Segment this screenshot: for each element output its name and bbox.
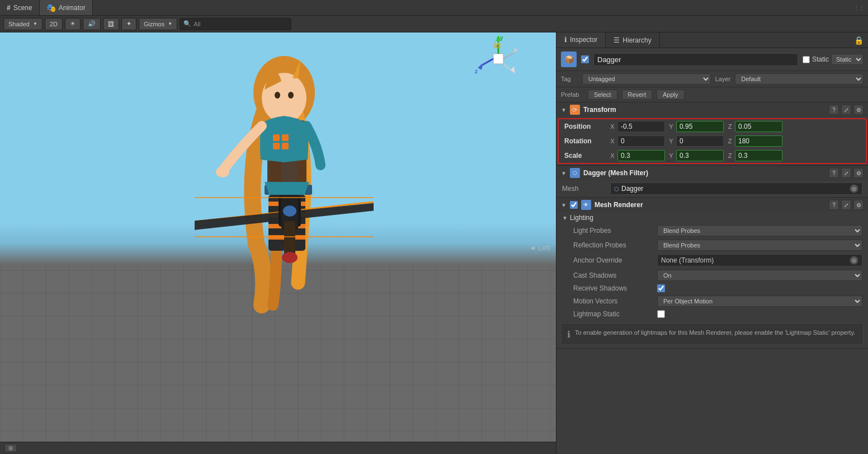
receive-shadows-checkbox[interactable]: [657, 284, 665, 292]
cast-shadows-dropdown[interactable]: On: [657, 270, 862, 281]
object-enabled-checkbox[interactable]: [581, 55, 589, 63]
svg-rect-6: [282, 134, 289, 141]
scale-z-input[interactable]: [735, 150, 782, 161]
fx-icon: ✦: [126, 20, 131, 27]
cast-shadows-label: Cast Shadows: [573, 272, 657, 279]
object-header: 📦 Static Static: [556, 48, 868, 71]
inspector-icon: ℹ: [564, 36, 567, 44]
view-direction-label: ◄ Left: [529, 244, 550, 252]
cast-shadows-row: Cast Shadows On: [556, 268, 868, 283]
pos-z-axis: Z: [726, 123, 734, 130]
rotation-z-input[interactable]: [735, 135, 782, 147]
motion-vectors-label: Motion Vectors: [573, 297, 657, 305]
shaded-label: Shaded: [8, 21, 30, 27]
scene-lock-icon[interactable]: 🔒: [492, 38, 503, 49]
meshrenderer-icon: 👁: [581, 200, 591, 210]
mesh-renderer-header[interactable]: ▼ 👁 Mesh Renderer ? ⤢ ⚙: [556, 198, 868, 212]
mesh-picker-btn[interactable]: ◎: [850, 184, 858, 193]
lock-panel-icon[interactable]: 🔒: [854, 36, 864, 45]
transform-expand-btn[interactable]: ⤢: [841, 105, 851, 115]
position-z-input[interactable]: [735, 121, 782, 132]
2d-label: 2D: [50, 21, 58, 27]
lighting-section-header[interactable]: ▼ Lighting: [556, 212, 868, 223]
meshfilter-settings-btn[interactable]: ⚙: [853, 168, 864, 178]
static-checkbox[interactable]: [803, 56, 810, 63]
tab-inspector[interactable]: ℹ Inspector: [556, 32, 606, 48]
audio-icon: 🔊: [88, 20, 96, 27]
scale-y-input[interactable]: [676, 150, 724, 161]
rotation-row: Rotation X Y Z: [559, 134, 866, 148]
mesh-value-field[interactable]: ⬡ Dagger ◎: [610, 182, 862, 195]
meshrenderer-settings-btn[interactable]: ⚙: [853, 200, 864, 210]
svg-point-26: [282, 252, 298, 263]
light-probes-dropdown[interactable]: Blend Probes: [657, 225, 862, 236]
reflection-probes-label: Reflection Probes: [573, 241, 657, 249]
rot-y-axis: Y: [667, 138, 675, 144]
meshrenderer-expand-btn[interactable]: ⤢: [841, 200, 851, 210]
position-y-input[interactable]: [676, 121, 724, 132]
anchor-override-field[interactable]: None (Transform) ◎: [657, 254, 862, 266]
anchor-picker-btn[interactable]: ◎: [850, 256, 858, 265]
rot-x-axis: X: [608, 138, 616, 144]
inspector-content: 📦 Static Static Tag Untagged Laye: [556, 48, 868, 454]
prefab-label: Prefab: [561, 91, 583, 98]
tab-animator[interactable]: 🎭 Animator: [40, 0, 93, 15]
rotation-x-input[interactable]: [617, 135, 665, 147]
mesh-value-icon: ⬡: [614, 186, 619, 192]
object-name-input[interactable]: [593, 53, 798, 66]
reflection-probes-row: Reflection Probes Blend Probes: [556, 238, 868, 252]
meshrenderer-help-btn[interactable]: ?: [829, 200, 839, 210]
position-x-input[interactable]: [617, 121, 665, 132]
scale-label: Scale: [564, 152, 606, 160]
layer-dropdown[interactable]: Default: [735, 73, 864, 85]
transform-header[interactable]: ▼ ⟳ Transform ? ⤢ ⚙: [556, 102, 868, 117]
scene-search[interactable]: 🔍 All: [180, 18, 291, 30]
receive-shadows-row: Receive Shadows: [556, 283, 868, 294]
scene-viewport[interactable]: y z ◄ Left 🔒: [0, 32, 556, 454]
mesh-filter-component: ▼ ⬡ Dagger (Mesh Filter) ? ⤢ ⚙ Mesh ⬡ Da…: [556, 166, 868, 198]
sun-button[interactable]: ☀: [65, 18, 81, 30]
tab-scene[interactable]: # Scene: [0, 0, 40, 15]
2d-button[interactable]: 2D: [45, 18, 63, 30]
meshrenderer-arrow-icon: ▼: [561, 202, 567, 208]
light-probes-label: Light Probes: [573, 227, 657, 235]
scene-status-btn[interactable]: ⊞: [4, 444, 17, 452]
gizmos-dropdown[interactable]: Gizmos: [139, 18, 177, 30]
light-probes-row: Light Probes Blend Probes: [556, 223, 868, 238]
fx-button[interactable]: ✦: [121, 18, 136, 30]
image-icon: 🖼: [108, 21, 114, 27]
tab-hierarchy[interactable]: ☰ Hierarchy: [606, 32, 659, 48]
motion-vectors-dropdown[interactable]: Per Object Motion: [657, 296, 862, 307]
shaded-dropdown[interactable]: Shaded: [3, 18, 43, 30]
animator-icon: 🎭: [46, 3, 56, 12]
tag-dropdown[interactable]: Untagged: [582, 73, 711, 85]
reflection-probes-dropdown[interactable]: Blend Probes: [657, 240, 862, 251]
svg-marker-33: [478, 63, 483, 70]
meshfilter-expand-btn[interactable]: ⤢: [841, 168, 851, 178]
transform-arrow-icon: ▼: [561, 107, 567, 113]
layer-label: Layer: [715, 76, 731, 82]
transform-settings-btn[interactable]: ⚙: [853, 105, 864, 115]
rotation-y-input[interactable]: [676, 135, 724, 147]
audio-button[interactable]: 🔊: [83, 18, 101, 30]
meshfilter-help-btn[interactable]: ?: [829, 168, 839, 178]
prefab-revert-btn[interactable]: Revert: [622, 90, 652, 100]
lightmap-static-checkbox[interactable]: [657, 310, 665, 318]
static-dropdown[interactable]: Static: [831, 54, 864, 65]
scale-x-input[interactable]: [617, 150, 665, 161]
transform-help-btn[interactable]: ?: [829, 105, 839, 115]
tab-overflow[interactable]: ⋮⋮: [853, 4, 868, 11]
inspector-panel: ℹ Inspector ☰ Hierarchy 🔒 📦: [556, 32, 868, 454]
inspector-tabs: ℹ Inspector ☰ Hierarchy 🔒: [556, 32, 868, 48]
prefab-select-btn[interactable]: Select: [588, 90, 617, 100]
mesh-renderer-component: ▼ 👁 Mesh Renderer ? ⤢ ⚙ ▼ Lighting: [556, 198, 868, 349]
mesh-filter-header[interactable]: ▼ ⬡ Dagger (Mesh Filter) ? ⤢ ⚙: [556, 166, 868, 180]
image-button[interactable]: 🖼: [103, 18, 119, 30]
svg-rect-28: [493, 54, 503, 64]
tag-layer-row: Tag Untagged Layer Default: [556, 71, 868, 87]
character-model: [195, 48, 374, 327]
mesh-property-row: Mesh ⬡ Dagger ◎: [556, 180, 868, 197]
mesh-renderer-enabled-checkbox[interactable]: [570, 201, 578, 209]
svg-rect-7: [273, 143, 280, 149]
prefab-apply-btn[interactable]: Apply: [657, 90, 685, 100]
